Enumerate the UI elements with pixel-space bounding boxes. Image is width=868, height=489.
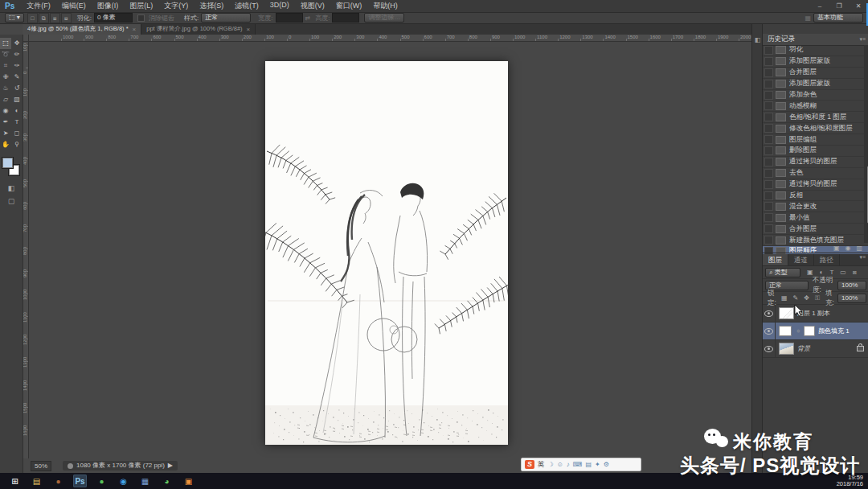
history-brush-source-box[interactable] [764,202,773,211]
menu-item-7[interactable]: 3D(D) [264,1,295,11]
history-brush-source-box[interactable] [764,91,773,100]
lock-position-icon[interactable]: ✥ [804,294,809,302]
layer-thumbnail[interactable] [779,307,794,319]
menu-item-0[interactable]: 文件(F) [21,1,56,11]
app-icon-brown[interactable]: ● [51,475,65,487]
app-icon-green[interactable]: ● [95,475,108,487]
history-state[interactable]: 最小值 [763,212,868,224]
foreground-color-swatch[interactable] [2,157,14,169]
quick-selection-tool[interactable]: ✏ [11,49,23,60]
moon-icon[interactable]: ☽ [548,461,554,468]
pen-tool[interactable]: ✒ [0,117,11,128]
history-brush-source-box[interactable] [764,46,773,55]
history-state[interactable]: 通过拷贝的图层 [763,179,868,191]
document-canvas[interactable] [265,61,508,445]
hand-tool[interactable]: ✋ [0,139,11,150]
history-brush-source-box[interactable] [764,113,773,121]
layer-fill-thumbnail[interactable] [779,326,792,336]
history-state[interactable]: 图层编组 [763,134,868,146]
history-state[interactable]: 合并图层 [763,224,868,235]
history-brush-tool[interactable]: ↺ [11,83,23,94]
app-icon-blue[interactable]: ▦ [138,475,152,487]
layers-panel-menu-icon[interactable]: ▾≡ [859,254,866,265]
history-brush-source-box[interactable] [764,68,773,77]
lock-transparency-icon[interactable]: ▦ [781,294,788,302]
history-brush-source-box[interactable] [764,158,773,166]
dodge-tool[interactable]: ◐ [11,105,23,117]
history-brush-source-box[interactable] [764,124,773,133]
history-state[interactable]: 反相 [763,191,868,202]
history-brush-source-box[interactable] [764,80,773,88]
wechat-icon[interactable]: ◕ [160,475,174,487]
menu-item-3[interactable]: 图层(L) [124,1,158,11]
shape-tool[interactable]: ◻ [11,128,23,139]
history-state[interactable]: 合并图层 [763,68,868,79]
opacity-dropdown[interactable]: 100% [837,281,866,290]
history-brush-source-box[interactable] [764,57,773,66]
kugou-icon[interactable]: ◉ [117,475,130,487]
rectangular-marquee-tool[interactable]: ⬚ [0,38,11,49]
layer-kind-dropdown[interactable]: ⌕ 类型 [765,268,800,277]
layer-thumbnail[interactable] [779,343,794,355]
history-state[interactable]: 动感模糊 [763,101,868,112]
eraser-tool[interactable]: ▱ [0,94,11,105]
history-state[interactable]: 混合更改 [763,201,868,212]
menu-item-8[interactable]: 视图(V) [295,1,330,11]
layer-mask-thumbnail[interactable] [804,326,815,336]
document-tab-1[interactable]: ppt 课程简介.jpg @ 100% (RGB/8#)× [141,23,256,35]
sogou-logo-icon[interactable]: S [525,460,534,469]
tab-close-icon[interactable]: × [133,26,137,33]
wrench-icon[interactable]: ⚙ [604,461,609,468]
zoom-tool[interactable]: ⚲ [11,139,23,150]
emoji-icon[interactable]: ☺ [557,461,563,468]
start-button[interactable]: ⊞ [8,475,22,487]
lock-paint-icon[interactable]: ✎ [793,294,799,302]
layers-tab-1[interactable]: 通道 [788,254,814,265]
move-tool[interactable]: ✥ [11,38,23,49]
history-brush-source-box[interactable] [764,213,773,222]
zoom-level-input[interactable]: 50% [31,461,51,471]
layer-row[interactable]: 背景 [763,340,868,358]
brush-tool[interactable]: ✎ [11,72,23,83]
horizontal-ruler[interactable]: 1000900800700600500400300200100010020030… [28,35,751,42]
history-state[interactable]: 添加图层蒙版 [763,79,868,90]
eyedropper-tool[interactable]: ✑ [11,60,23,72]
quick-mask-icon[interactable]: ◧ [8,184,15,192]
delete-state-icon[interactable]: ▥ [856,244,862,252]
clipboard-icon[interactable]: ▤ [585,461,592,468]
blur-tool[interactable]: ◉ [0,105,11,117]
add-selection-icon[interactable]: ⧉ [39,13,49,23]
file-explorer-icon[interactable]: ▤ [30,475,43,487]
lasso-tool[interactable]: ➰ [0,49,11,60]
new-selection-icon[interactable]: □ [27,13,38,23]
refine-edge-button[interactable]: 调整边缘… [364,13,404,23]
history-state[interactable]: 修改色相/饱和度图层 [763,123,868,134]
menu-item-5[interactable]: 选择(S) [194,1,229,11]
mic-icon[interactable]: ♪ [567,461,570,468]
menu-item-1[interactable]: 编辑(E) [56,1,92,11]
ruler-origin-corner[interactable] [23,35,29,42]
healing-brush-tool[interactable]: ✙ [0,72,11,83]
crop-tool[interactable]: ⌗ [0,60,11,72]
close-button[interactable]: ✕ [849,2,868,10]
screen-mode-icon[interactable]: ▢ [8,197,15,205]
history-state[interactable]: 删除图层 [763,146,868,157]
menu-item-2[interactable]: 图像(I) [92,1,125,11]
subtract-selection-icon[interactable]: ⧈ [50,13,60,23]
clone-stamp-tool[interactable]: ♨ [0,83,11,94]
lock-all-icon[interactable]: ⚿ [815,294,820,302]
layers-tab-0[interactable]: 图层 [763,254,788,265]
fill-dropdown[interactable]: 100% [837,294,866,303]
history-state[interactable]: 添加图层蒙版 [763,56,868,68]
layer-row[interactable]: ៙颜色填充 1 [763,323,868,340]
swap-dimensions-icon[interactable]: ⇄ [305,14,311,22]
feather-input[interactable]: 0 像素 [94,13,133,23]
type-tool[interactable]: T [11,117,23,128]
ime-mode-label[interactable]: 英 [538,460,545,470]
history-state[interactable]: 色相/饱和度 1 图层 [763,112,868,123]
history-state[interactable]: 羽化 [763,45,868,56]
panel-dock-collapse[interactable]: ◧ [751,23,763,473]
intersect-selection-icon[interactable]: ⧇ [61,13,72,23]
status-expander-icon[interactable]: ▶ [168,461,173,471]
filter-shape-layers-icon[interactable]: ▭ [840,269,846,277]
